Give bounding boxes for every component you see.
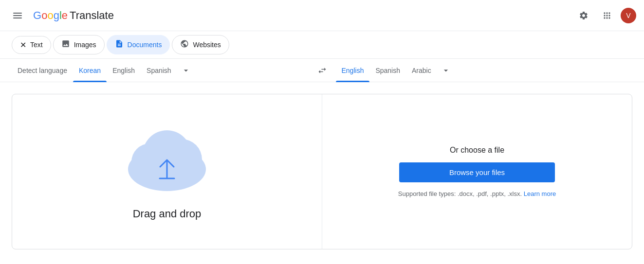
documents-tab-icon [115,39,124,50]
choose-file-label: Or choose a file [450,146,504,155]
avatar[interactable]: V [621,8,636,23]
target-lang-spanish[interactable]: Spanish [369,59,406,82]
source-lang-korean[interactable]: Korean [73,59,107,82]
tab-documents-label: Documents [128,41,162,49]
source-lang-detect[interactable]: Detect language [12,59,73,82]
swap-languages-button[interactable] [313,61,332,80]
target-lang-group: English Spanish Arabic [336,59,633,82]
settings-button[interactable] [574,6,593,25]
learn-more-link[interactable]: Learn more [524,190,556,197]
tab-text-label: Text [30,41,43,49]
browse-panel: Or choose a file Browse your files Suppo… [322,94,632,249]
text-tab-icon: ✕ [20,40,26,50]
cloud-upload-icon [118,123,216,196]
tab-images[interactable]: Images [53,35,105,54]
tab-websites-label: Websites [193,41,221,49]
images-tab-icon [61,39,70,50]
svg-rect-0 [13,13,22,14]
browse-files-button[interactable]: Browse your files [399,162,555,182]
header-left: Google Translate [8,6,114,25]
source-lang-spanish[interactable]: Spanish [141,59,177,82]
tab-bar: ✕ Text Images Documents Websites [0,31,644,59]
source-lang-more[interactable] [177,62,195,79]
apps-button[interactable] [597,6,617,25]
tab-documents[interactable]: Documents [107,35,170,54]
translate-box: Drag and drop Or choose a file Browse yo… [12,94,632,249]
drag-drop-label: Drag and drop [133,208,202,220]
target-lang-more[interactable] [437,62,455,79]
target-lang-english[interactable]: English [336,59,370,82]
source-lang-english[interactable]: English [107,59,141,82]
svg-rect-2 [13,18,22,18]
source-lang-group: Detect language Korean English Spanish [12,59,309,82]
header: Google Translate V [0,0,644,31]
tab-images-label: Images [74,41,96,49]
app-logo: Google Translate [33,9,114,22]
main-panel: Drag and drop Or choose a file Browse yo… [0,82,644,261]
google-wordmark: Google [33,9,68,22]
menu-button[interactable] [8,6,27,25]
supported-types-text: Supported file types: .docx, .pdf, .pptx… [398,190,556,197]
header-right: V [574,6,636,25]
tab-websites[interactable]: Websites [172,35,229,54]
powered-by-bar: Powered by Google Cloud Translation [0,261,644,264]
upload-panel: Drag and drop [12,94,322,249]
websites-tab-icon [180,39,189,50]
translate-wordmark: Translate [70,9,114,22]
tab-text[interactable]: ✕ Text [12,36,51,54]
target-lang-arabic[interactable]: Arabic [406,59,437,82]
svg-rect-1 [13,15,22,16]
drag-drop-area[interactable]: Drag and drop [118,123,216,220]
language-bar: Detect language Korean English Spanish E… [0,59,644,82]
